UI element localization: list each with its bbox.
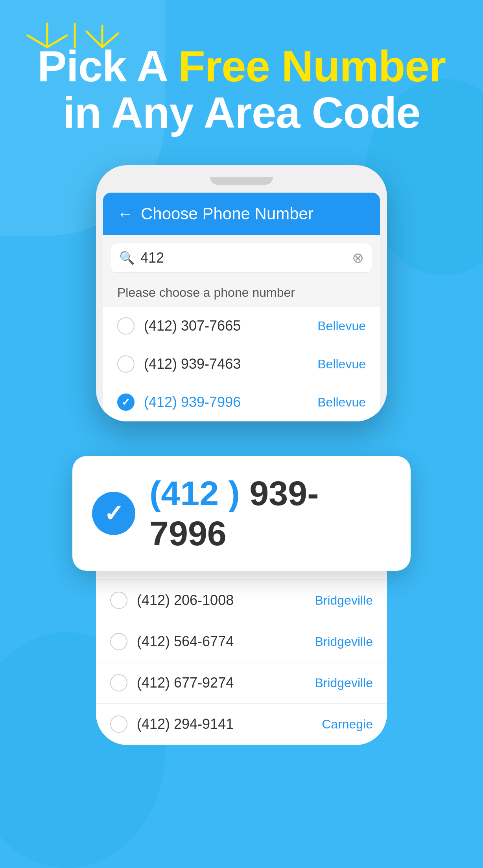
selected-check-icon: ✓ <box>92 492 135 535</box>
phone-item-7[interactable]: (412) 677-9274 Bridgeville <box>96 662 387 704</box>
radio-btn-5[interactable] <box>110 592 127 609</box>
city-label-5: Bridgeville <box>315 593 373 608</box>
phone-item-5[interactable]: (412) 206-1008 Bridgeville <box>96 580 387 621</box>
city-label-7: Bridgeville <box>315 676 373 690</box>
phone-number-2: (412) 939-7463 <box>144 356 308 372</box>
phone-mockup: ← Choose Phone Number 🔍 412 ⊗ Please cho… <box>96 165 387 421</box>
phone-number-1: (412) 307-7665 <box>144 318 308 334</box>
phone-item-6[interactable]: (412) 564-6774 Bridgeville <box>96 621 387 662</box>
app-header-title: Choose Phone Number <box>141 204 313 223</box>
phone-item-3[interactable]: (412) 939-7996 Bellevue <box>103 383 380 421</box>
hero-highlight-text: Free Number <box>178 42 446 91</box>
app-header: ← Choose Phone Number <box>103 193 380 235</box>
radio-btn-6[interactable] <box>110 633 127 650</box>
search-input[interactable]: 412 <box>140 250 347 266</box>
selected-number-display: (412 ) 939-7996 <box>149 473 391 554</box>
phone-item-8[interactable]: (412) 294-9141 Carnegie <box>96 704 387 745</box>
phone-number-8: (412) 294-9141 <box>137 716 312 732</box>
phone-number-3: (412) 939-7996 <box>144 394 308 410</box>
hero-plain-text: Pick A <box>37 42 178 91</box>
list-subtitle: Please choose a phone number <box>103 281 380 307</box>
city-label-8: Carnegie <box>322 717 373 732</box>
selected-number-callout: ✓ (412 ) 939-7996 <box>72 456 411 571</box>
radio-btn-7[interactable] <box>110 674 127 691</box>
hero-line1: Pick A Free Number <box>16 43 467 90</box>
phone-item-1[interactable]: (412) 307-7665 Bellevue <box>103 307 380 345</box>
radio-btn-3[interactable] <box>117 394 135 411</box>
city-label-6: Bridgeville <box>315 634 373 649</box>
check-mark: ✓ <box>104 500 124 527</box>
back-button[interactable]: ← <box>117 205 133 223</box>
selected-number-paren: (412 ) <box>149 474 240 513</box>
phone-item-2[interactable]: (412) 939-7463 Bellevue <box>103 345 380 383</box>
phone-number-list: (412) 307-7665 Bellevue (412) 939-7463 B… <box>103 307 380 421</box>
radio-btn-1[interactable] <box>117 317 135 335</box>
radio-btn-2[interactable] <box>117 355 135 373</box>
city-label-3: Bellevue <box>317 395 366 410</box>
app-screen: ← Choose Phone Number 🔍 412 ⊗ Please cho… <box>103 193 380 421</box>
clear-icon[interactable]: ⊗ <box>352 250 364 266</box>
hero-section: Pick A Free Number in Any Area Code <box>16 43 467 136</box>
city-label-1: Bellevue <box>317 319 366 333</box>
search-icon: 🔍 <box>119 250 135 265</box>
hero-line2: in Any Area Code <box>16 90 467 136</box>
radio-btn-8[interactable] <box>110 715 127 733</box>
phone-notch <box>210 177 273 185</box>
city-label-2: Bellevue <box>317 357 366 371</box>
search-bar[interactable]: 🔍 412 ⊗ <box>111 243 372 273</box>
phone-number-7: (412) 677-9274 <box>137 675 305 691</box>
phone-number-6: (412) 564-6774 <box>137 633 305 650</box>
phone-number-5: (412) 206-1008 <box>137 592 305 609</box>
